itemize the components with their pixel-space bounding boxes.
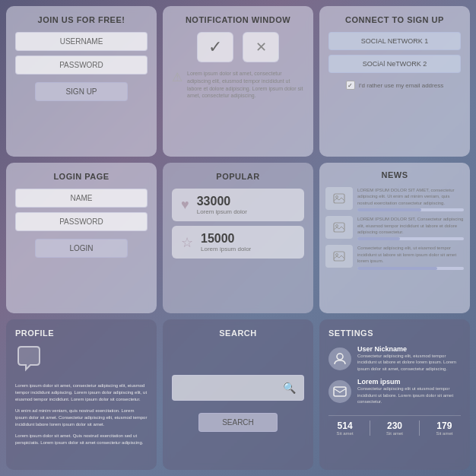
- email-avatar: [328, 380, 351, 403]
- svg-rect-4: [334, 252, 344, 261]
- stat-divider-2: [419, 420, 420, 436]
- checkmark-button[interactable]: ✓: [197, 32, 233, 62]
- login-card: LOGIN PAGE NAME PASSWORD LOGIN: [6, 163, 157, 313]
- svg-point-5: [336, 254, 338, 256]
- email-info: Lorem ipsum Consectetur adipiscing elit …: [357, 378, 461, 405]
- login-title: LOGIN PAGE: [53, 172, 109, 181]
- connect-card: CONNECT TO SIGN UP SOCIAL NETWORK 1 SOCi…: [319, 6, 470, 157]
- notification-title: NOTIFICATION WINDOW: [186, 15, 290, 24]
- news-bar-fill-3: [357, 267, 437, 270]
- news-title: NEWS: [382, 170, 408, 179]
- settings-email-item: Lorem ipsum Consectetur adipiscing elit …: [328, 378, 461, 405]
- user-name: User Nickname: [357, 345, 461, 353]
- news-text-2: LOREM IPSUM DOLOR SIT, Consectetur adipi…: [357, 216, 464, 235]
- stat-2: 230 Sit amet: [386, 420, 403, 436]
- star-item: ☆ 15000 Lorem ipsum dolor: [172, 226, 304, 259]
- news-text-1: LOREM IPSUM DOLOR SIT AMET, consectetur …: [357, 187, 464, 206]
- news-text-3: Consectetur adipiscing elit, ut eiusmod …: [357, 245, 464, 264]
- news-item-3: Consectetur adipiscing elit, ut eiusmod …: [325, 245, 464, 269]
- settings-title: SETTINGS: [328, 328, 373, 338]
- profile-text1: Lorem ipsum dolor sit amet, consectetur …: [15, 382, 148, 403]
- news-thumb-2: [325, 216, 353, 239]
- search-button[interactable]: SEARCH: [198, 413, 278, 432]
- search-card: SEARCH 🔍 SEARCH: [163, 319, 313, 470]
- login-button[interactable]: LOGIN: [35, 239, 128, 258]
- news-bar-2: [357, 237, 464, 240]
- svg-point-1: [336, 196, 338, 198]
- news-item-2: LOREM IPSUM DOLOR SIT, Consectetur adipi…: [325, 216, 464, 240]
- news-item-1: LOREM IPSUM DOLOR SIT AMET, consectetur …: [325, 187, 464, 211]
- login-password-field[interactable]: PASSWORD: [15, 212, 148, 231]
- svg-rect-0: [334, 194, 344, 203]
- search-icon: 🔍: [283, 382, 296, 394]
- profile-text3: Lorem ipsum dolor sit amet. Quis nostrud…: [15, 433, 148, 446]
- notif-buttons: ✓ ✕: [197, 32, 279, 62]
- notification-card: NOTIFICATION WINDOW ✓ ✕ ⚠ Lorem ipsum do…: [163, 6, 313, 157]
- news-thumb-3: [325, 245, 353, 268]
- popular-title: POPULAR: [216, 172, 259, 181]
- heart-label: Lorem ipsum dolor: [197, 208, 247, 215]
- network1-button[interactable]: SOCIAL NETWORK 1: [328, 32, 461, 50]
- star-info: 15000 Lorem ipsum dolor: [201, 232, 251, 252]
- star-label: Lorem ipsum dolor: [201, 246, 251, 252]
- stat2-number: 230: [386, 420, 403, 431]
- email-checkbox[interactable]: ✓: [346, 81, 355, 90]
- stat3-number: 179: [436, 420, 452, 431]
- stat1-number: 514: [337, 420, 354, 431]
- news-content-1: LOREM IPSUM DOLOR SIT AMET, consectetur …: [357, 187, 464, 211]
- popular-card: POPULAR ♥ 33000 Lorem ipsum dolor ☆ 1500…: [163, 163, 313, 313]
- star-icon: ☆: [181, 234, 193, 251]
- profile-title: PROFILE: [15, 328, 54, 338]
- news-bar-fill-1: [357, 208, 421, 211]
- news-thumb-1: [325, 187, 353, 210]
- user-avatar: [328, 347, 351, 370]
- join-card: JOIN US FOR FREE! USERNAME PASSWORD SIGN…: [6, 6, 157, 157]
- lorem-desc: Consectetur adipiscing elit ut eiusmod t…: [357, 386, 461, 405]
- stat2-label: Sit amet: [386, 431, 403, 436]
- star-count: 15000: [201, 232, 251, 246]
- password-field[interactable]: PASSWORD: [15, 56, 148, 75]
- settings-stats: 514 Sit amet 230 Sit amet 179 Sit amet: [328, 415, 461, 436]
- news-content-3: Consectetur adipiscing elit, ut eiusmod …: [357, 245, 464, 269]
- news-content-2: LOREM IPSUM DOLOR SIT, Consectetur adipi…: [357, 216, 464, 240]
- news-bar-3: [357, 267, 464, 270]
- warning-icon: ⚠: [172, 70, 182, 84]
- news-card: NEWS LOREM IPSUM DOLOR SIT AMET, consect…: [319, 163, 470, 313]
- heart-count: 33000: [197, 195, 247, 208]
- stat3-label: Sit amet: [436, 431, 452, 436]
- warning-section: ⚠ Lorem ipsum dolor sit amet, consectetu…: [172, 70, 304, 100]
- user-desc: Consectetur adipiscing elit, eiusmod tem…: [357, 353, 461, 372]
- stat1-label: Sit amet: [337, 431, 354, 436]
- settings-user-item: User Nickname Consectetur adipiscing eli…: [328, 345, 461, 372]
- svg-rect-7: [334, 387, 346, 396]
- lorem-title: Lorem ipsum: [357, 378, 461, 386]
- heart-info: 33000 Lorem ipsum dolor: [197, 195, 247, 215]
- join-title: JOIN US FOR FREE!: [38, 15, 125, 24]
- stat-1: 514 Sit amet: [337, 420, 354, 436]
- svg-rect-2: [334, 223, 344, 232]
- name-field[interactable]: NAME: [15, 189, 148, 208]
- news-bar-fill-2: [357, 237, 400, 240]
- user-info: User Nickname Consectetur adipiscing eli…: [357, 345, 461, 372]
- connect-title: CONNECT TO SIGN UP: [345, 15, 444, 24]
- settings-card: SETTINGS User Nickname Consectetur adipi…: [319, 319, 470, 470]
- main-grid: JOIN US FOR FREE! USERNAME PASSWORD SIGN…: [0, 0, 476, 476]
- notification-text: Lorem ipsum dolor sit amet, consectetur …: [187, 70, 304, 100]
- search-input-box[interactable]: 🔍: [172, 375, 304, 401]
- svg-point-3: [336, 225, 338, 227]
- username-field[interactable]: USERNAME: [15, 32, 148, 51]
- heart-icon: ♥: [181, 197, 189, 213]
- news-bar-1: [357, 208, 464, 211]
- chat-icon: [15, 345, 43, 378]
- profile-text2: Ut enim ad minim veniam, quis nostrud ex…: [15, 408, 148, 428]
- profile-card: PROFILE Lorem ipsum dolor sit amet, cons…: [6, 319, 157, 470]
- search-title: SEARCH: [219, 328, 256, 338]
- network2-button[interactable]: SOCiAl NeTWORK 2: [328, 55, 461, 73]
- heart-item: ♥ 33000 Lorem ipsum dolor: [172, 189, 304, 221]
- email-option: ✓ I'd rather use my email address: [346, 81, 443, 90]
- svg-point-6: [337, 354, 343, 360]
- stat-divider-1: [370, 420, 370, 436]
- signup-button[interactable]: SIGN UP: [35, 82, 128, 101]
- cross-button[interactable]: ✕: [243, 32, 279, 62]
- stat-3: 179 Sit amet: [436, 420, 452, 436]
